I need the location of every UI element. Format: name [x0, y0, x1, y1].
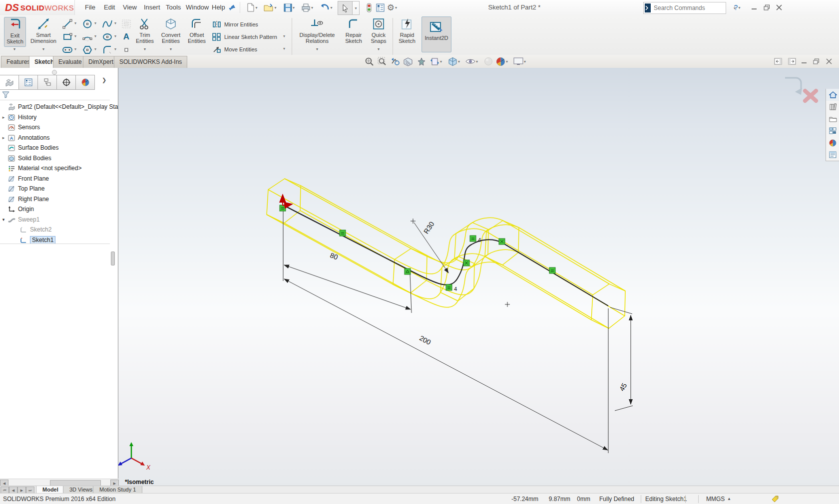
pin-menu-icon[interactable]	[228, 3, 237, 12]
tree-item-right-plane[interactable]: Right Plane	[0, 194, 118, 204]
tree-item-sweep1[interactable]: ▾ Sweep1	[0, 215, 118, 225]
status-units[interactable]: MMGS	[706, 496, 725, 503]
rectangle-tool-button[interactable]	[61, 31, 74, 43]
tag-icon[interactable]	[771, 495, 779, 503]
tab-evaluate[interactable]: Evaluate	[53, 56, 87, 68]
close-button[interactable]	[774, 3, 784, 12]
display-delete-flyout[interactable]: ▾	[295, 47, 340, 51]
options-list-icon[interactable]	[374, 1, 387, 13]
units-dropdown-arrow[interactable]: ▲	[727, 497, 731, 501]
line-tool-button[interactable]	[61, 18, 74, 30]
view-orientation-dropdown[interactable]: ▾	[440, 59, 442, 64]
view-settings-icon[interactable]	[512, 56, 524, 67]
tree-item-material[interactable]: Material <not specified>	[0, 163, 118, 173]
apply-scene-dropdown[interactable]: ▾	[506, 59, 508, 64]
view-settings-dropdown[interactable]: ▾	[524, 59, 526, 64]
task-pane-custom-properties[interactable]	[826, 149, 839, 161]
dim-200-label[interactable]: 200	[418, 334, 432, 346]
apply-scene-icon[interactable]	[494, 56, 506, 67]
new-document-button[interactable]: ▾	[246, 1, 259, 13]
tree-item-sketch2[interactable]: Sketch2	[0, 225, 130, 235]
display-style-dropdown[interactable]: ▾	[458, 59, 460, 64]
sweep-wireframe[interactable]	[267, 179, 625, 328]
dim-45-label[interactable]: 45	[618, 382, 629, 392]
linear-pattern-dropdown[interactable]: ▾	[283, 34, 285, 38]
tab-property-manager[interactable]	[19, 75, 38, 90]
move-entities-button[interactable]: Move Entities	[212, 44, 287, 55]
split-pane-left-icon[interactable]	[772, 56, 784, 67]
zoom-to-fit-icon[interactable]	[363, 56, 375, 67]
instant2d-button[interactable]: Instant2D	[421, 16, 451, 52]
dim-r30-label[interactable]: R30	[422, 220, 436, 235]
panel-expand-arrow[interactable]: ❯	[102, 77, 106, 83]
circle-tool-button[interactable]	[81, 18, 94, 30]
fillet-tool-dropdown[interactable]: ▾	[114, 47, 116, 51]
dimension-lines[interactable]	[283, 208, 633, 453]
collapse-arrow-icon[interactable]: ▾	[0, 217, 7, 222]
select-tool-dropdown[interactable]: ▾	[352, 1, 360, 15]
search-input[interactable]	[653, 4, 732, 12]
doc-close-icon[interactable]	[823, 56, 835, 67]
previous-view-icon[interactable]	[389, 56, 401, 67]
slot-tool-button[interactable]	[61, 44, 74, 56]
spline-tool-button[interactable]	[101, 18, 114, 30]
trim-entities-button[interactable]: Trim Entities	[133, 17, 157, 44]
convert-entities-button[interactable]: Convert Entities	[158, 17, 184, 44]
tab-feature-manager[interactable]	[0, 75, 19, 90]
hide-show-items-icon[interactable]	[464, 56, 476, 67]
menu-help[interactable]: Help	[207, 0, 230, 15]
fillet-tool-button[interactable]	[101, 44, 114, 56]
text-tool-button[interactable]: A	[120, 31, 133, 43]
split-pane-right-icon[interactable]	[786, 56, 798, 67]
section-view-icon[interactable]	[402, 56, 414, 67]
settings-gear-button[interactable]: ⚙▾	[386, 1, 399, 13]
rectangle-tool-dropdown[interactable]: ▾	[74, 34, 76, 38]
task-pane-home[interactable]	[826, 89, 839, 101]
menu-file[interactable]: File	[80, 0, 100, 15]
arc-tool-button[interactable]	[81, 31, 94, 43]
task-pane-design-library[interactable]	[826, 101, 839, 113]
quick-snaps-button[interactable]: Quick Snaps	[368, 17, 390, 44]
spline-tool-dropdown[interactable]: ▾	[114, 21, 116, 25]
panel-collapse-handle[interactable]	[52, 70, 57, 75]
panel-horizontal-scrollbar[interactable]: ◀ ▶	[0, 479, 118, 486]
ellipse-tool-button[interactable]	[101, 31, 114, 43]
tab-configuration-manager[interactable]	[38, 75, 57, 90]
restore-button[interactable]	[762, 3, 772, 12]
minimize-button[interactable]	[749, 3, 759, 12]
tab-display-manager[interactable]	[76, 75, 95, 90]
polygon-tool-dropdown[interactable]: ▾	[94, 47, 96, 51]
smart-dimension-button[interactable]: Smart Dimension	[28, 17, 59, 44]
tree-item-solid-bodies[interactable]: Solid Bodies	[0, 153, 118, 163]
circle-tool-dropdown[interactable]: ▾	[94, 21, 96, 25]
task-pane-file-explorer[interactable]	[826, 113, 839, 125]
tab-solidworks-addins[interactable]: SOLIDWORKS Add-Ins	[114, 56, 187, 68]
hide-show-dropdown[interactable]: ▾	[476, 59, 478, 64]
exit-sketch-button[interactable]: Exit Sketch	[4, 17, 26, 47]
line-tool-dropdown[interactable]: ▾	[74, 21, 76, 25]
tree-item-top-plane[interactable]: Top Plane	[0, 184, 118, 194]
trim-entities-flyout[interactable]: ▾	[133, 47, 157, 51]
smart-dimension-flyout[interactable]: ▾	[28, 47, 59, 51]
doc-restore-icon[interactable]	[810, 56, 822, 67]
linear-sketch-pattern-button[interactable]: Linear Sketch Pattern	[212, 31, 287, 42]
menu-edit[interactable]: Edit	[99, 0, 120, 15]
dynamic-annotation-views-icon[interactable]	[415, 56, 427, 67]
polygon-tool-button[interactable]	[81, 44, 94, 56]
move-entities-dropdown[interactable]: ▾	[283, 46, 285, 51]
expand-arrow-icon[interactable]: ▸	[0, 115, 7, 120]
search-commands-box[interactable]: ▾	[643, 2, 726, 14]
offset-entities-button[interactable]: Offset Entities	[185, 17, 209, 44]
quick-snaps-flyout[interactable]: ▾	[368, 47, 390, 51]
save-button[interactable]: ▾	[283, 1, 296, 13]
tree-item-front-plane[interactable]: Front Plane	[0, 174, 118, 184]
doc-minimize-icon[interactable]	[798, 56, 810, 67]
expand-arrow-icon[interactable]: ▸	[0, 135, 7, 140]
print-button[interactable]: ▾	[301, 1, 314, 13]
convert-entities-flyout[interactable]: ▾	[158, 47, 184, 51]
help-button[interactable]: ?▾	[732, 3, 742, 12]
undo-button[interactable]: ▾	[320, 1, 333, 13]
tree-item-sensors[interactable]: Sensors	[0, 122, 118, 132]
tree-item-history[interactable]: ▸ History	[0, 112, 118, 122]
tree-item-surface-bodies[interactable]: Surface Bodies	[0, 143, 118, 153]
